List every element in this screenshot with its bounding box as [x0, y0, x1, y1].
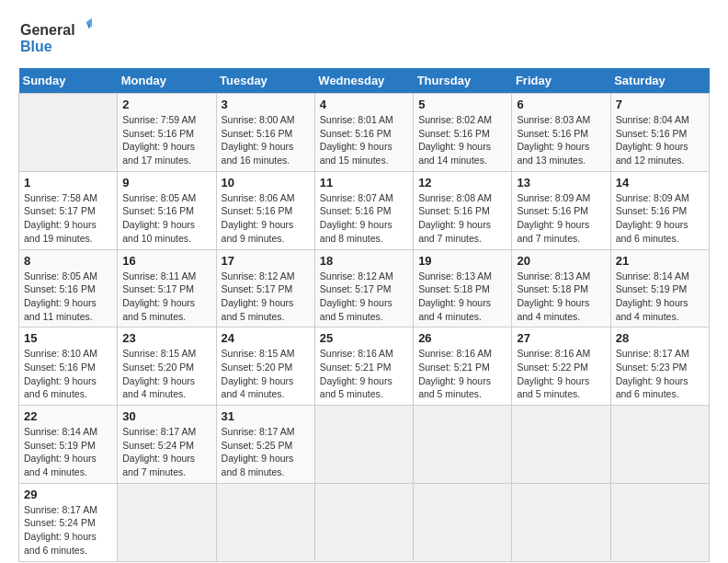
header-thursday: Thursday — [414, 68, 512, 94]
day-info: Sunrise: 8:15 AMSunset: 5:20 PMDaylight:… — [222, 347, 310, 401]
day-number: 6 — [517, 98, 605, 111]
day-number: 22 — [24, 409, 112, 423]
day-number: 23 — [122, 331, 210, 345]
day-number: 4 — [320, 98, 408, 111]
day-number: 3 — [222, 98, 310, 111]
day-info: Sunrise: 8:09 AMSunset: 5:16 PMDaylight:… — [517, 191, 605, 246]
svg-text:General: General — [20, 22, 75, 38]
calendar-cell: 9Sunrise: 8:05 AMSunset: 5:16 PMDaylight… — [118, 171, 216, 249]
day-number: 10 — [222, 176, 310, 190]
day-info: Sunrise: 8:08 AMSunset: 5:16 PMDaylight:… — [418, 191, 506, 246]
day-info: Sunrise: 8:16 AMSunset: 5:22 PMDaylight:… — [517, 347, 605, 401]
day-number: 31 — [222, 409, 310, 423]
day-info: Sunrise: 8:12 AMSunset: 5:17 PMDaylight:… — [320, 270, 408, 324]
day-info: Sunrise: 8:03 AMSunset: 5:16 PMDaylight:… — [517, 113, 605, 167]
day-info: Sunrise: 8:11 AMSunset: 5:17 PMDaylight:… — [122, 270, 210, 324]
calendar-cell: 3Sunrise: 8:00 AMSunset: 5:16 PMDaylight… — [216, 94, 314, 172]
calendar-cell: 4Sunrise: 8:01 AMSunset: 5:16 PMDaylight… — [314, 94, 413, 172]
day-number: 27 — [517, 331, 605, 345]
calendar-cell: 12Sunrise: 8:08 AMSunset: 5:16 PMDayligh… — [414, 171, 512, 249]
day-info: Sunrise: 8:10 AMSunset: 5:16 PMDaylight:… — [24, 347, 112, 401]
calendar-cell: 7Sunrise: 8:04 AMSunset: 5:16 PMDaylight… — [610, 94, 709, 172]
calendar-row: 2Sunrise: 7:59 AMSunset: 5:16 PMDaylight… — [19, 94, 710, 172]
day-number: 26 — [418, 331, 506, 345]
calendar-cell: 19Sunrise: 8:13 AMSunset: 5:18 PMDayligh… — [414, 249, 512, 327]
day-info: Sunrise: 8:17 AMSunset: 5:25 PMDaylight:… — [222, 425, 310, 479]
day-number: 5 — [418, 98, 506, 111]
day-info: Sunrise: 8:05 AMSunset: 5:16 PMDaylight:… — [24, 270, 112, 324]
calendar-cell: 28Sunrise: 8:17 AMSunset: 5:23 PMDayligh… — [610, 327, 709, 406]
day-number: 13 — [517, 176, 605, 190]
day-info: Sunrise: 8:14 AMSunset: 5:19 PMDaylight:… — [616, 270, 704, 324]
day-info: Sunrise: 8:15 AMSunset: 5:20 PMDaylight:… — [122, 347, 210, 401]
day-number: 8 — [24, 254, 112, 268]
day-number: 24 — [222, 331, 310, 345]
day-info: Sunrise: 8:09 AMSunset: 5:16 PMDaylight:… — [616, 191, 704, 246]
header-wednesday: Wednesday — [314, 68, 413, 94]
calendar-cell: 14Sunrise: 8:09 AMSunset: 5:16 PMDayligh… — [610, 171, 709, 249]
day-info: Sunrise: 8:00 AMSunset: 5:16 PMDaylight:… — [222, 113, 310, 167]
day-number: 17 — [222, 254, 310, 268]
calendar-cell — [118, 483, 216, 561]
day-number: 25 — [320, 331, 408, 345]
day-info: Sunrise: 8:12 AMSunset: 5:17 PMDaylight:… — [222, 270, 310, 324]
calendar-cell: 15Sunrise: 8:10 AMSunset: 5:16 PMDayligh… — [19, 327, 118, 406]
day-number: 1 — [24, 176, 112, 190]
day-info: Sunrise: 8:06 AMSunset: 5:16 PMDaylight:… — [222, 191, 310, 246]
calendar-cell — [216, 483, 314, 561]
svg-text:Blue: Blue — [20, 39, 52, 54]
calendar-row: 1Sunrise: 7:58 AMSunset: 5:17 PMDaylight… — [19, 171, 710, 249]
day-number: 16 — [122, 254, 210, 268]
day-info: Sunrise: 7:58 AMSunset: 5:17 PMDaylight:… — [24, 191, 112, 246]
calendar-cell: 5Sunrise: 8:02 AMSunset: 5:16 PMDaylight… — [414, 94, 512, 172]
day-info: Sunrise: 7:59 AMSunset: 5:16 PMDaylight:… — [122, 113, 210, 167]
calendar-cell — [610, 406, 709, 484]
calendar-cell: 24Sunrise: 8:15 AMSunset: 5:20 PMDayligh… — [216, 327, 314, 406]
day-number: 28 — [616, 331, 704, 345]
day-number: 29 — [24, 488, 112, 501]
day-info: Sunrise: 8:05 AMSunset: 5:16 PMDaylight:… — [122, 191, 210, 246]
day-info: Sunrise: 8:07 AMSunset: 5:16 PMDaylight:… — [320, 191, 408, 246]
day-info: Sunrise: 8:17 AMSunset: 5:23 PMDaylight:… — [616, 347, 704, 401]
calendar-cell — [414, 406, 512, 484]
calendar-cell — [314, 483, 413, 561]
header-monday: Monday — [118, 68, 216, 94]
day-info: Sunrise: 8:04 AMSunset: 5:16 PMDaylight:… — [616, 113, 704, 167]
day-number: 30 — [122, 409, 210, 423]
day-info: Sunrise: 8:16 AMSunset: 5:21 PMDaylight:… — [418, 347, 506, 401]
day-info: Sunrise: 8:13 AMSunset: 5:18 PMDaylight:… — [418, 270, 506, 324]
calendar-cell: 1Sunrise: 7:58 AMSunset: 5:17 PMDaylight… — [19, 171, 118, 249]
day-info: Sunrise: 8:13 AMSunset: 5:18 PMDaylight:… — [517, 270, 605, 324]
calendar-cell: 26Sunrise: 8:16 AMSunset: 5:21 PMDayligh… — [414, 327, 512, 406]
day-number: 19 — [418, 254, 506, 268]
calendar-header-row: SundayMondayTuesdayWednesdayThursdayFrid… — [19, 68, 710, 94]
day-info: Sunrise: 8:14 AMSunset: 5:19 PMDaylight:… — [24, 425, 112, 479]
calendar-cell: 2Sunrise: 7:59 AMSunset: 5:16 PMDaylight… — [118, 94, 216, 172]
calendar-cell: 29Sunrise: 8:17 AMSunset: 5:24 PMDayligh… — [19, 483, 118, 561]
day-number: 2 — [122, 98, 210, 111]
calendar-cell: 13Sunrise: 8:09 AMSunset: 5:16 PMDayligh… — [512, 171, 610, 249]
day-number: 11 — [320, 176, 408, 190]
calendar-cell: 30Sunrise: 8:17 AMSunset: 5:24 PMDayligh… — [118, 406, 216, 484]
calendar-cell: 16Sunrise: 8:11 AMSunset: 5:17 PMDayligh… — [118, 249, 216, 327]
header-sunday: Sunday — [19, 68, 118, 94]
day-info: Sunrise: 8:16 AMSunset: 5:21 PMDaylight:… — [320, 347, 408, 401]
calendar-cell: 27Sunrise: 8:16 AMSunset: 5:22 PMDayligh… — [512, 327, 610, 406]
header-friday: Friday — [512, 68, 610, 94]
logo: General Blue — [18, 18, 92, 59]
logo-svg: General Blue — [18, 18, 92, 59]
calendar-cell — [19, 94, 118, 172]
day-number: 18 — [320, 254, 408, 268]
calendar-cell: 23Sunrise: 8:15 AMSunset: 5:20 PMDayligh… — [118, 327, 216, 406]
day-number: 12 — [418, 176, 506, 190]
day-number: 14 — [616, 176, 704, 190]
calendar-cell: 22Sunrise: 8:14 AMSunset: 5:19 PMDayligh… — [19, 406, 118, 484]
day-info: Sunrise: 8:17 AMSunset: 5:24 PMDaylight:… — [122, 425, 210, 479]
calendar-cell: 20Sunrise: 8:13 AMSunset: 5:18 PMDayligh… — [512, 249, 610, 327]
calendar-row: 15Sunrise: 8:10 AMSunset: 5:16 PMDayligh… — [19, 327, 710, 406]
day-number: 9 — [122, 176, 210, 190]
calendar-cell — [512, 406, 610, 484]
calendar-cell: 18Sunrise: 8:12 AMSunset: 5:17 PMDayligh… — [314, 249, 413, 327]
calendar-cell: 25Sunrise: 8:16 AMSunset: 5:21 PMDayligh… — [314, 327, 413, 406]
calendar-cell — [512, 483, 610, 561]
